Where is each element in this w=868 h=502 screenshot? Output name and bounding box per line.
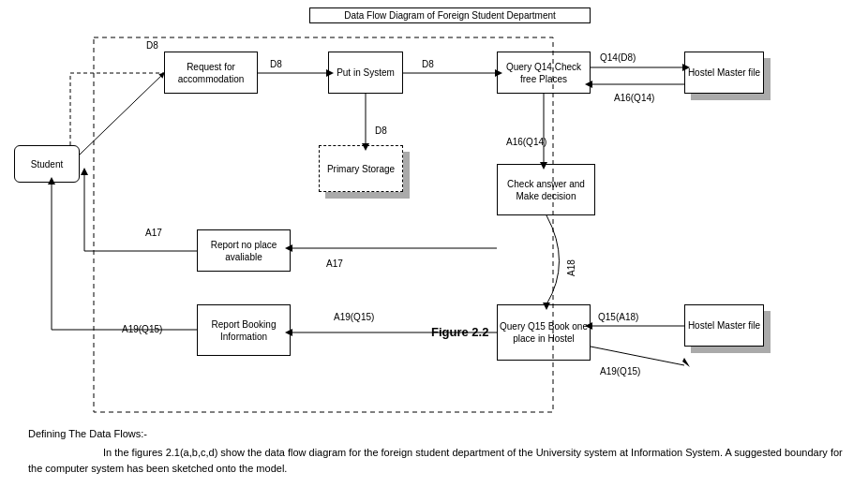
request-box: Request for accommodation <box>164 52 258 94</box>
report-no-place-box: Report no place avaliable <box>197 229 291 272</box>
check-answer-box: Check answer and Make decision <box>497 164 595 215</box>
diagram-area: Data Flow Diagram of Foreign Student Dep… <box>0 0 868 421</box>
d8-label-4: D8 <box>375 126 387 136</box>
a17-label-2: A17 <box>326 258 343 269</box>
a19-q15-label-1: A19(Q15) <box>122 324 162 334</box>
d8-label-3: D8 <box>422 59 434 69</box>
report-booking-box: Report Booking Information <box>197 304 291 356</box>
d8-label-2: D8 <box>270 59 282 69</box>
hostel-master1-box: Hostel Master file <box>684 52 764 94</box>
text-section: Defining The Data Flows:- In the figures… <box>28 426 853 478</box>
student-box: Student <box>14 145 80 183</box>
svg-line-0 <box>80 73 164 155</box>
d8-label-1: D8 <box>146 40 158 51</box>
a19-q15-label-3: A19(Q15) <box>600 366 640 376</box>
svg-line-21 <box>591 347 684 365</box>
query-q15-box: Query Q15 Book one place in Hostel <box>497 304 591 361</box>
svg-marker-22 <box>682 358 690 367</box>
q14-d8-label: Q14(D8) <box>600 52 636 63</box>
query-q14-box: Query Q14 Check free Places <box>497 52 591 94</box>
a19-q15-label-2: A19(Q15) <box>334 312 374 322</box>
q15-a18-label: Q15(A18) <box>598 312 638 322</box>
put-in-system-box: Put in System <box>328 52 403 94</box>
primary-storage-box: Primary Storage <box>319 145 403 192</box>
a18-label: A18 <box>566 259 576 276</box>
text-body: In the figures 2.1(a,b,c,d) show the dat… <box>28 445 853 478</box>
text-heading: Defining The Data Flows:- <box>28 426 853 443</box>
a16-q14-label-2: A16(Q14) <box>506 137 546 147</box>
svg-marker-17 <box>81 168 88 175</box>
figure-label: Figure 2.2 <box>431 325 488 339</box>
svg-rect-30 <box>94 37 553 412</box>
a16-q14-label-1: A16(Q14) <box>614 93 654 103</box>
a17-label-1: A17 <box>145 228 162 238</box>
diagram-title: Data Flow Diagram of Foreign Student Dep… <box>309 7 591 23</box>
hostel-master2-box: Hostel Master file <box>684 304 764 347</box>
